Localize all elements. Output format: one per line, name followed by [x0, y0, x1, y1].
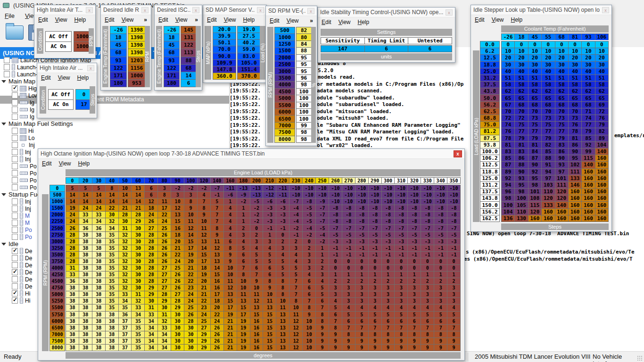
cell[interactable]: -11: [276, 192, 289, 198]
cell[interactable]: 160: [569, 209, 581, 215]
cell[interactable]: 14: [119, 192, 132, 198]
cell[interactable]: 40: [515, 68, 528, 74]
cell[interactable]: 147.8: [213, 66, 236, 73]
cell[interactable]: 93: [110, 57, 126, 64]
cell[interactable]: 75: [555, 122, 568, 128]
cell[interactable]: 7000: [275, 123, 295, 129]
cell[interactable]: -10: [289, 192, 302, 198]
cell[interactable]: 3000: [50, 239, 65, 245]
cell[interactable]: 6500: [275, 115, 295, 122]
cell[interactable]: 9: [303, 312, 315, 318]
cell[interactable]: 14: [66, 192, 79, 198]
collapse-arrow-icon[interactable]: [1, 80, 6, 83]
cell[interactable]: 35: [106, 304, 118, 311]
cell[interactable]: 29: [198, 331, 210, 337]
tree-checkbox[interactable]: [12, 128, 18, 134]
cell[interactable]: 20: [569, 55, 581, 61]
cell[interactable]: 3: [250, 239, 263, 245]
cell[interactable]: -9: [316, 198, 329, 205]
cell[interactable]: 34: [145, 338, 157, 344]
cell[interactable]: 12: [250, 298, 263, 304]
cell[interactable]: 98: [297, 136, 311, 142]
window-high-octane-ignition-map[interactable]: High Octane Ignition Map-(USING NOW) ope…: [38, 148, 465, 361]
cell[interactable]: 30: [171, 331, 184, 337]
cell[interactable]: 115: [528, 202, 541, 208]
cell[interactable]: 76: [569, 122, 581, 128]
cell[interactable]: 0: [250, 225, 263, 231]
cell[interactable]: 160: [595, 182, 608, 188]
cell[interactable]: 90: [515, 169, 528, 175]
cell[interactable]: 38: [79, 291, 92, 297]
cell[interactable]: 6: [355, 318, 368, 324]
cell[interactable]: Untested: [408, 38, 452, 44]
cell[interactable]: 5: [342, 312, 355, 318]
cell[interactable]: 0: [555, 41, 568, 48]
cell[interactable]: 84: [297, 41, 311, 47]
cell[interactable]: 19: [237, 345, 250, 351]
cell[interactable]: 290: [369, 178, 381, 183]
cell[interactable]: 122: [164, 65, 179, 72]
cell[interactable]: 65: [555, 95, 568, 101]
tree-checkbox[interactable]: [12, 269, 18, 275]
cell[interactable]: 8: [276, 285, 289, 291]
cell[interactable]: -8: [303, 198, 315, 205]
cell[interactable]: 2: [289, 239, 302, 245]
cell[interactable]: 38: [92, 258, 105, 264]
cell[interactable]: 88: [542, 155, 554, 161]
cell[interactable]: 38: [92, 318, 105, 324]
cell[interactable]: -7: [289, 198, 302, 205]
cell[interactable]: 82: [542, 142, 554, 148]
cell[interactable]: -10: [382, 198, 395, 205]
cell[interactable]: 10: [289, 304, 302, 311]
cell[interactable]: 0: [515, 41, 528, 48]
cell[interactable]: 14: [79, 192, 92, 198]
menu-item-help[interactable]: Help: [78, 160, 90, 167]
tree-item-10[interactable]: Hi: [0, 127, 230, 134]
cell[interactable]: 15: [171, 218, 184, 224]
cell[interactable]: 77: [555, 128, 568, 134]
cell[interactable]: 2: [276, 239, 289, 245]
cell[interactable]: -8: [421, 212, 434, 218]
cell[interactable]: 108: [528, 195, 541, 201]
cell[interactable]: 10: [595, 48, 608, 54]
cell[interactable]: 7: [447, 325, 460, 331]
cell[interactable]: 16: [250, 325, 263, 331]
cell[interactable]: 32: [119, 232, 132, 238]
cell[interactable]: 27: [158, 272, 171, 278]
cell[interactable]: 5: [395, 312, 407, 318]
menu-item-edit[interactable]: Edit: [322, 19, 331, 25]
cell[interactable]: 30: [184, 331, 197, 337]
cell[interactable]: 38: [66, 318, 79, 324]
cell[interactable]: 62: [515, 88, 528, 94]
menu-item-help[interactable]: Help: [74, 16, 86, 23]
cell[interactable]: 9: [224, 258, 237, 264]
cell[interactable]: 29: [132, 218, 144, 224]
cell[interactable]: 32: [119, 252, 132, 258]
cell[interactable]: 58: [595, 82, 608, 88]
cell[interactable]: 0: [329, 258, 342, 264]
cell[interactable]: 1: [237, 205, 250, 211]
cell[interactable]: 31: [145, 304, 157, 311]
cell[interactable]: 4: [329, 298, 342, 304]
tree-checkbox[interactable]: [12, 177, 18, 183]
cell[interactable]: 85: [582, 135, 594, 141]
cell[interactable]: 8: [211, 225, 223, 231]
cell[interactable]: 11: [250, 291, 263, 297]
cell[interactable]: 140: [555, 202, 568, 208]
cell[interactable]: 56.2: [480, 102, 499, 108]
cell[interactable]: 13: [276, 318, 289, 324]
cell[interactable]: 5: [66, 185, 79, 191]
cell[interactable]: 3: [303, 258, 315, 264]
menu-item-edit[interactable]: Edit: [207, 16, 217, 23]
cell[interactable]: 29: [198, 345, 210, 351]
cell[interactable]: 8: [342, 331, 355, 337]
cell[interactable]: 38: [92, 312, 105, 318]
tree-item-6[interactable]: Ig: [0, 99, 230, 106]
cell[interactable]: 3: [434, 285, 447, 291]
cell[interactable]: 4000: [50, 265, 65, 271]
cell[interactable]: -1: [289, 232, 302, 238]
cell[interactable]: 19: [237, 331, 250, 337]
cell[interactable]: 99: [297, 123, 311, 129]
tree-checkbox[interactable]: [12, 213, 18, 219]
cell[interactable]: 4: [276, 252, 289, 258]
